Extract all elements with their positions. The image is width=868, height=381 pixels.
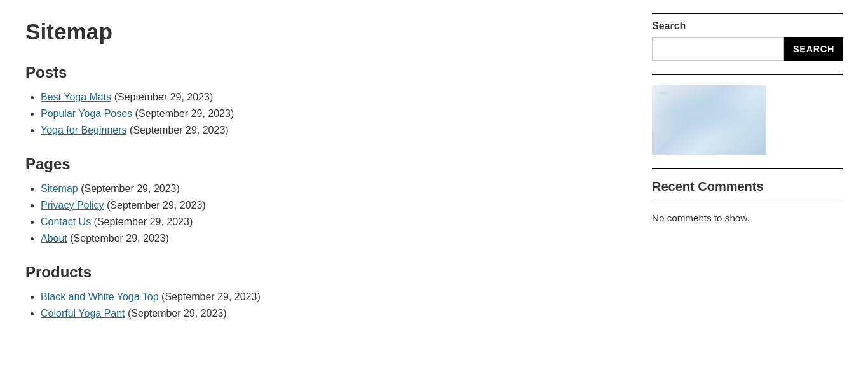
- sitemap-link[interactable]: Privacy Policy: [41, 200, 104, 211]
- date-text: (September 29, 2023): [67, 233, 169, 244]
- sidebar-image: [652, 85, 766, 155]
- date-text: (September 29, 2023): [132, 108, 234, 119]
- page-title: Sitemap: [25, 19, 614, 45]
- sections-container: PostsBest Yoga Mats (September 29, 2023)…: [25, 64, 614, 319]
- sitemap-link[interactable]: Popular Yoga Poses: [41, 108, 132, 119]
- section-title-posts: Posts: [25, 64, 614, 81]
- date-text: (September 29, 2023): [78, 183, 180, 194]
- list-item: Sitemap (September 29, 2023): [41, 183, 614, 195]
- section-title-pages: Pages: [25, 155, 614, 173]
- date-text: (September 29, 2023): [159, 291, 261, 302]
- sitemap-list-products: Black and White Yoga Top (September 29, …: [25, 291, 614, 319]
- list-item: Colorful Yoga Pant (September 29, 2023): [41, 308, 614, 319]
- sitemap-link[interactable]: Colorful Yoga Pant: [41, 308, 125, 319]
- sitemap-link[interactable]: Yoga for Beginners: [41, 125, 127, 135]
- sidebar: Search SEARCH Recent Comments No comment…: [652, 13, 843, 326]
- list-item: Black and White Yoga Top (September 29, …: [41, 291, 614, 303]
- section-title-products: Products: [25, 263, 614, 281]
- date-text: (September 29, 2023): [91, 216, 193, 227]
- list-item: About (September 29, 2023): [41, 233, 614, 244]
- sitemap-link[interactable]: About: [41, 233, 67, 244]
- list-item: Yoga for Beginners (September 29, 2023): [41, 125, 614, 136]
- sitemap-link[interactable]: Contact Us: [41, 216, 91, 227]
- recent-comments-divider: [652, 202, 843, 202]
- sitemap-link[interactable]: Sitemap: [41, 183, 78, 194]
- search-label: Search: [652, 20, 843, 32]
- list-item: Contact Us (September 29, 2023): [41, 216, 614, 228]
- recent-comments-title: Recent Comments: [652, 179, 843, 194]
- list-item: Popular Yoga Poses (September 29, 2023): [41, 108, 614, 120]
- no-comments-text: No comments to show.: [652, 212, 843, 223]
- sidebar-image-text: [660, 92, 667, 94]
- sitemap-link[interactable]: Best Yoga Mats: [41, 92, 111, 102]
- sitemap-link[interactable]: Black and White Yoga Top: [41, 291, 159, 302]
- date-text: (September 29, 2023): [127, 125, 229, 135]
- sidebar-mid-divider: [652, 168, 843, 169]
- main-content: Sitemap PostsBest Yoga Mats (September 2…: [25, 13, 614, 326]
- date-text: (September 29, 2023): [104, 200, 206, 211]
- search-button[interactable]: SEARCH: [784, 37, 843, 61]
- sidebar-top-divider: [652, 74, 843, 75]
- page-wrapper: Sitemap PostsBest Yoga Mats (September 2…: [0, 0, 868, 338]
- list-item: Privacy Policy (September 29, 2023): [41, 200, 614, 211]
- list-item: Best Yoga Mats (September 29, 2023): [41, 92, 614, 103]
- sitemap-list-pages: Sitemap (September 29, 2023)Privacy Poli…: [25, 183, 614, 244]
- date-text: (September 29, 2023): [111, 92, 213, 102]
- search-input[interactable]: [652, 37, 784, 61]
- date-text: (September 29, 2023): [125, 308, 227, 319]
- search-row: SEARCH: [652, 37, 843, 61]
- sitemap-list-posts: Best Yoga Mats (September 29, 2023)Popul…: [25, 92, 614, 136]
